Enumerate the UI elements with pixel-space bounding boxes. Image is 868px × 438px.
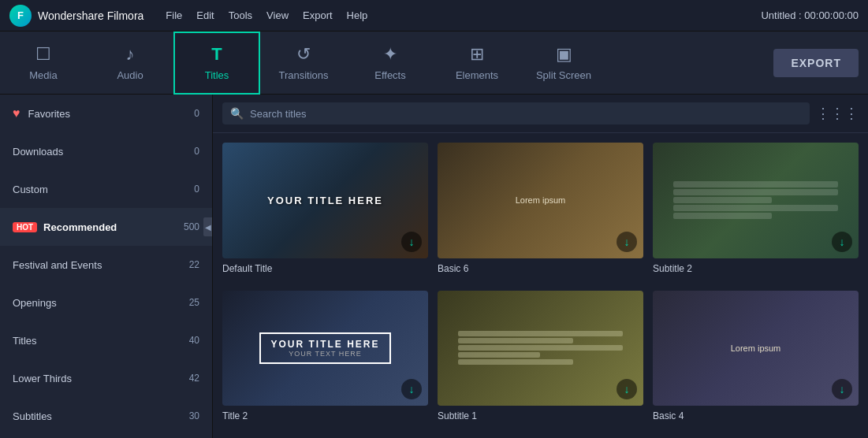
subtitle-line-1 bbox=[673, 181, 838, 187]
thumb-lorem-text-basic4: Lorem ipsum bbox=[731, 343, 781, 353]
menu-help[interactable]: Help bbox=[347, 9, 368, 21]
subtitle-line-2 bbox=[673, 189, 838, 195]
thumb-preview-basic4[interactable]: Lorem ipsum ↓ bbox=[653, 291, 859, 406]
heart-icon: ♥ bbox=[13, 106, 20, 121]
thumb-item-subtitle2[interactable]: ↓ Subtitle 2 bbox=[653, 143, 859, 281]
download-btn-title2[interactable]: ↓ bbox=[401, 379, 422, 399]
thumb-label-default-title: Default Title bbox=[222, 263, 428, 274]
export-button[interactable]: EXPORT bbox=[773, 49, 859, 77]
thumb-item-default-title[interactable]: YOUR TITLE HERE ↓ Default Title bbox=[222, 143, 428, 281]
sidebar-favorites-count: 0 bbox=[194, 108, 199, 119]
sidebar-titles-count: 40 bbox=[189, 335, 199, 346]
tab-effects-label: Effects bbox=[374, 69, 406, 81]
menu-export[interactable]: Export bbox=[303, 9, 333, 21]
download-btn-subtitle1[interactable]: ↓ bbox=[617, 379, 637, 399]
search-input-wrap[interactable]: 🔍 bbox=[222, 102, 810, 124]
sidebar-lowerthirds-count: 42 bbox=[189, 373, 199, 384]
thumb-title-text: YOUR TITLE HERE bbox=[267, 195, 383, 206]
project-info: Untitled : 00:00:00:00 bbox=[761, 9, 859, 21]
tab-effects[interactable]: ✦ Effects bbox=[347, 32, 434, 95]
sidebar-openings-count: 25 bbox=[189, 297, 199, 308]
thumb-item-subtitle1[interactable]: ↓ Subtitle 1 bbox=[438, 291, 643, 429]
download-btn-basic4[interactable]: ↓ bbox=[832, 379, 852, 399]
hot-badge: HOT bbox=[13, 222, 37, 232]
menu-tools[interactable]: Tools bbox=[229, 9, 252, 21]
tab-media[interactable]: ☐ Media bbox=[0, 32, 87, 95]
splitscreen-icon: ▣ bbox=[556, 44, 572, 65]
subtitle-line-3 bbox=[673, 197, 772, 203]
thumb-preview-title2[interactable]: YOUR TITLE HERE YOUR TEXT HERE ↓ bbox=[222, 291, 428, 406]
sidebar-downloads-label: Downloads bbox=[13, 146, 194, 158]
thumb-box-title: YOUR TITLE HERE YOUR TEXT HERE bbox=[259, 332, 390, 364]
tab-splitscreen-label: Split Screen bbox=[536, 69, 591, 81]
thumb-label-subtitle2: Subtitle 2 bbox=[653, 263, 859, 274]
sidebar-favorites-label: Favorites bbox=[28, 108, 195, 120]
sidebar: ♥ Favorites 0 Downloads 0 Custom 0 HOT R… bbox=[0, 95, 213, 438]
sidebar-festival-label: Festival and Events bbox=[13, 259, 189, 271]
scroll-indicator[interactable]: ◀ bbox=[203, 217, 213, 236]
sidebar-item-downloads[interactable]: Downloads 0 bbox=[0, 132, 212, 170]
menu-file[interactable]: File bbox=[166, 9, 182, 21]
sidebar-subtitles-label: Subtitles bbox=[13, 410, 189, 422]
sidebar-item-festival[interactable]: Festival and Events 22 bbox=[0, 246, 212, 284]
elements-icon: ⊞ bbox=[470, 44, 484, 65]
lorem-block bbox=[458, 331, 623, 365]
tab-audio-label: Audio bbox=[117, 69, 143, 81]
app-name: Wondershare Filmora bbox=[38, 9, 143, 22]
content-area: 🔍 ⋮⋮⋮ YOUR TITLE HERE ↓ Default Title Lo… bbox=[213, 95, 868, 438]
tab-splitscreen[interactable]: ▣ Split Screen bbox=[520, 32, 607, 95]
download-btn-subtitle2[interactable]: ↓ bbox=[832, 232, 852, 252]
search-input[interactable] bbox=[250, 108, 802, 120]
transitions-icon: ↺ bbox=[296, 44, 311, 65]
sidebar-item-openings[interactable]: Openings 25 bbox=[0, 284, 212, 321]
thumb-label-title2: Title 2 bbox=[222, 410, 428, 421]
sidebar-item-titles[interactable]: Titles 40 bbox=[0, 321, 212, 359]
menu-view[interactable]: View bbox=[266, 9, 289, 21]
sidebar-item-custom[interactable]: Custom 0 bbox=[0, 170, 212, 208]
sidebar-item-subtitles[interactable]: Subtitles 30 bbox=[0, 397, 212, 435]
thumb-item-basic4[interactable]: Lorem ipsum ↓ Basic 4 bbox=[653, 291, 859, 429]
thumb-box-sub-text: YOUR TEXT HERE bbox=[270, 350, 379, 358]
thumb-label-basic6: Basic 6 bbox=[438, 263, 643, 274]
sidebar-item-lowerthirds[interactable]: Lower Thirds 42 bbox=[0, 359, 212, 397]
title-bar-left: F Wondershare Filmora File Edit Tools Vi… bbox=[9, 5, 367, 27]
thumb-label-subtitle1: Subtitle 1 bbox=[438, 410, 643, 421]
tab-elements-label: Elements bbox=[456, 69, 498, 81]
sidebar-item-recommended[interactable]: HOT Recommended 500 ◀ bbox=[0, 208, 212, 246]
tab-transitions[interactable]: ↺ Transitions bbox=[260, 32, 347, 95]
menu-edit[interactable]: Edit bbox=[196, 9, 214, 21]
download-btn-default-title[interactable]: ↓ bbox=[401, 232, 422, 252]
effects-icon: ✦ bbox=[383, 44, 397, 65]
media-icon: ☐ bbox=[35, 44, 51, 65]
grid-icon[interactable]: ⋮⋮⋮ bbox=[816, 105, 859, 122]
thumb-item-basic6[interactable]: Lorem ipsum ↓ Basic 6 bbox=[438, 143, 643, 281]
tab-media-label: Media bbox=[29, 69, 57, 81]
sidebar-recommended-count: 500 bbox=[184, 221, 199, 232]
tab-audio[interactable]: ♪ Audio bbox=[87, 32, 173, 95]
subtitle-line-5 bbox=[673, 213, 772, 219]
audio-icon: ♪ bbox=[126, 44, 135, 65]
thumb-preview-basic6[interactable]: Lorem ipsum ↓ bbox=[438, 143, 643, 258]
subtitle-lines bbox=[673, 181, 838, 219]
thumb-item-title2[interactable]: YOUR TITLE HERE YOUR TEXT HERE ↓ Title 2 bbox=[222, 291, 428, 429]
sidebar-custom-label: Custom bbox=[13, 184, 194, 195]
tab-titles[interactable]: T Titles bbox=[173, 32, 260, 95]
menu-bar[interactable]: File Edit Tools View Export Help bbox=[166, 9, 367, 21]
download-btn-basic6[interactable]: ↓ bbox=[617, 232, 637, 252]
nav-tabs: ☐ Media ♪ Audio T Titles ↺ Transitions ✦… bbox=[0, 32, 868, 95]
sidebar-festival-count: 22 bbox=[189, 259, 199, 270]
app-logo: F bbox=[9, 5, 32, 27]
sidebar-subtitles-count: 30 bbox=[189, 410, 199, 421]
thumb-box-main-text: YOUR TITLE HERE bbox=[270, 339, 379, 350]
sidebar-item-favorites[interactable]: ♥ Favorites 0 bbox=[0, 95, 212, 132]
sidebar-downloads-count: 0 bbox=[194, 146, 199, 157]
thumb-preview-default-title[interactable]: YOUR TITLE HERE ↓ bbox=[222, 143, 428, 258]
tab-titles-label: Titles bbox=[205, 69, 229, 81]
thumb-preview-subtitle2[interactable]: ↓ bbox=[653, 143, 859, 258]
tab-elements[interactable]: ⊞ Elements bbox=[434, 32, 520, 95]
thumb-label-basic4: Basic 4 bbox=[653, 410, 859, 421]
lorem-line-2 bbox=[458, 338, 573, 343]
thumb-preview-subtitle1[interactable]: ↓ bbox=[438, 291, 643, 406]
lorem-line-3 bbox=[458, 345, 623, 351]
title-bar-right: Untitled : 00:00:00:00 bbox=[761, 9, 859, 21]
